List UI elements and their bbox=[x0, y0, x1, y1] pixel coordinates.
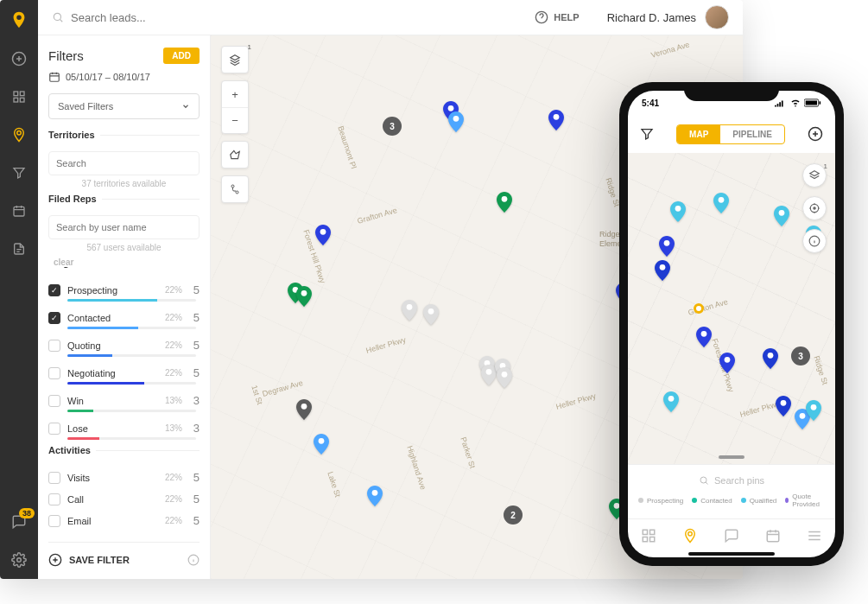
grid-icon[interactable] bbox=[10, 88, 28, 105]
map-pin[interactable] bbox=[663, 391, 679, 412]
search-icon bbox=[699, 475, 709, 486]
svg-point-17 bbox=[502, 196, 508, 202]
map-pin[interactable] bbox=[763, 348, 778, 369]
map-pin[interactable] bbox=[296, 286, 312, 307]
phone-tab-grid[interactable] bbox=[641, 528, 656, 544]
saved-filters-select[interactable]: Saved Filters bbox=[48, 93, 200, 119]
stage-checkbox[interactable] bbox=[48, 395, 60, 407]
map-pin[interactable] bbox=[497, 367, 512, 388]
phone-add-icon[interactable] bbox=[808, 126, 823, 142]
stage-checkbox[interactable] bbox=[48, 367, 60, 379]
header: HELP Richard D. James bbox=[38, 0, 743, 35]
stage-checkbox[interactable] bbox=[48, 340, 60, 352]
user-menu[interactable]: Richard D. James bbox=[607, 5, 729, 29]
help-button[interactable]: HELP bbox=[535, 10, 579, 24]
phone-layers-icon[interactable]: 1 bbox=[802, 163, 827, 188]
map-pin[interactable] bbox=[806, 400, 821, 421]
add-filter-button[interactable]: ADD bbox=[163, 48, 200, 64]
route-control[interactable] bbox=[221, 175, 249, 203]
tab-pipeline[interactable]: PIPELINE bbox=[720, 125, 784, 143]
stages-clear[interactable]: clear bbox=[48, 257, 200, 267]
activities-label: Activities bbox=[48, 445, 96, 455]
map-pin[interactable] bbox=[296, 399, 312, 420]
map-pin[interactable] bbox=[497, 192, 512, 213]
svg-rect-38 bbox=[820, 101, 821, 104]
map-pin[interactable] bbox=[713, 193, 729, 213]
gear-icon[interactable] bbox=[10, 551, 28, 569]
territories-available: 37 territories available bbox=[48, 179, 200, 188]
map-pin[interactable] bbox=[367, 486, 383, 506]
phone-map[interactable]: Grafton AveHeller PkwyForest Hill PkwyRi… bbox=[628, 153, 835, 464]
zoom-in-button[interactable]: + bbox=[222, 81, 248, 107]
map-pin[interactable] bbox=[774, 206, 789, 226]
map-cluster[interactable]: 2 bbox=[504, 505, 523, 525]
stage-count: 5 bbox=[189, 283, 200, 296]
svg-point-22 bbox=[428, 308, 434, 315]
map-pin[interactable] bbox=[776, 396, 791, 416]
svg-point-51 bbox=[800, 413, 806, 419]
phone-locate-icon[interactable] bbox=[802, 196, 827, 220]
stage-checkbox[interactable]: ✓ bbox=[48, 312, 60, 324]
map-pin[interactable] bbox=[448, 111, 464, 132]
territories-search[interactable] bbox=[48, 151, 200, 175]
map-pin[interactable] bbox=[314, 434, 329, 455]
tab-map[interactable]: MAP bbox=[677, 125, 720, 143]
search-input[interactable] bbox=[71, 11, 244, 24]
stage-count: 5 bbox=[189, 339, 200, 352]
add-icon[interactable] bbox=[10, 50, 28, 67]
stage-checkbox[interactable] bbox=[48, 423, 60, 435]
phone-info-icon[interactable] bbox=[802, 229, 827, 253]
funnel-icon[interactable] bbox=[10, 164, 28, 181]
phone-tab-calendar[interactable] bbox=[765, 528, 781, 544]
reps-label: Filed Reps bbox=[48, 194, 102, 204]
activity-checkbox[interactable] bbox=[48, 493, 60, 505]
file-icon[interactable] bbox=[10, 240, 28, 257]
svg-rect-3 bbox=[14, 98, 18, 102]
map-pin[interactable] bbox=[655, 260, 670, 281]
layers-control[interactable]: 1 bbox=[221, 46, 249, 73]
svg-point-54 bbox=[814, 207, 815, 209]
map-pin-icon[interactable] bbox=[10, 126, 28, 143]
info-icon[interactable] bbox=[187, 554, 200, 566]
activity-checkbox[interactable] bbox=[48, 515, 60, 527]
svg-point-20 bbox=[301, 290, 307, 296]
map-pin[interactable] bbox=[670, 201, 686, 222]
save-filter-button[interactable]: SAVE FILTER bbox=[48, 542, 200, 567]
route-icon[interactable] bbox=[222, 176, 248, 202]
reps-search[interactable] bbox=[48, 215, 200, 239]
svg-point-31 bbox=[319, 438, 325, 444]
map-pin[interactable] bbox=[315, 225, 331, 245]
map-cluster[interactable]: 3 bbox=[383, 117, 402, 136]
phone-tab-chat[interactable] bbox=[724, 528, 739, 544]
map-pin[interactable] bbox=[719, 353, 735, 373]
phone-tab-map[interactable] bbox=[682, 528, 698, 544]
svg-rect-1 bbox=[14, 92, 18, 96]
map-pin[interactable] bbox=[659, 236, 675, 257]
help-icon bbox=[535, 10, 548, 24]
map-pin[interactable] bbox=[402, 300, 417, 321]
stage-pct: 22% bbox=[160, 285, 182, 295]
map-pin[interactable] bbox=[548, 110, 564, 130]
map-pin[interactable] bbox=[423, 304, 439, 325]
activity-checkbox[interactable] bbox=[48, 472, 60, 484]
map-cluster[interactable]: 3 bbox=[791, 347, 810, 366]
phone-search[interactable]: Search pins bbox=[638, 472, 825, 493]
chat-icon[interactable]: 38 bbox=[10, 513, 28, 531]
date-range[interactable]: 05/10/17 – 08/10/17 bbox=[48, 71, 200, 83]
phone-filter-icon[interactable] bbox=[640, 127, 654, 141]
layers-icon[interactable]: 1 bbox=[222, 47, 248, 73]
stage-count: 3 bbox=[189, 394, 200, 407]
calendar-icon[interactable] bbox=[10, 202, 28, 219]
svg-point-50 bbox=[781, 400, 787, 406]
drag-handle[interactable] bbox=[719, 455, 744, 459]
stage-count: 5 bbox=[189, 366, 200, 379]
map-pin[interactable] bbox=[696, 327, 712, 347]
phone-time: 5:41 bbox=[642, 99, 659, 108]
phone-tab-menu[interactable] bbox=[807, 528, 822, 544]
stage-checkbox[interactable]: ✓ bbox=[48, 284, 60, 296]
svg-rect-59 bbox=[643, 537, 647, 542]
lasso-icon[interactable] bbox=[222, 142, 248, 168]
lasso-control[interactable] bbox=[221, 141, 249, 168]
zoom-out-button[interactable]: − bbox=[222, 107, 248, 133]
svg-rect-57 bbox=[643, 530, 647, 534]
